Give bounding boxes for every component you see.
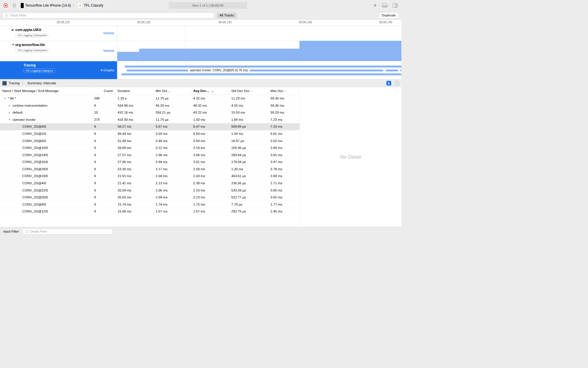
track-row-tracing[interactable]: Tracing OS Logging Category 4 Graphs ope… (0, 61, 401, 79)
detail-filter-input[interactable]: ≡ Detail Filter (23, 229, 113, 234)
cell-max: 7.23 ms (268, 118, 299, 122)
playhead-indicator[interactable] (185, 26, 185, 79)
table-row[interactable]: CONV_2D@6/0931.49 ms3.48 ms3.50 ms16.97 … (0, 137, 300, 145)
cell-count: 279 (92, 118, 115, 122)
path-segment[interactable]: Tracing (9, 81, 20, 85)
cell-max: 2.71 ms (268, 181, 299, 185)
table-row[interactable]: ▸runtime instrumentation9434.88 ms45.28 … (0, 102, 300, 109)
duplicate-button[interactable]: Duplicate (379, 12, 399, 19)
trace-bar[interactable] (117, 52, 139, 61)
col-min-duration[interactable]: Min Dur… (153, 87, 191, 95)
row-name-text: default (13, 111, 23, 115)
row-name-text: CONV_2D@2/0 (22, 132, 46, 136)
view-toggle-button[interactable] (382, 3, 387, 7)
time-ruler[interactable]: 00:08.125 00:08.130 00:08.135 00:08.140 … (0, 20, 401, 26)
cell-avg: 2.23 ms (191, 188, 229, 192)
row-name-text: CONV_2D@6/0 (22, 139, 46, 143)
cell-count: 9 (92, 210, 115, 214)
cell-std: 1.04 ms (229, 132, 268, 136)
all-tracks-button[interactable]: All Tracks (217, 12, 237, 18)
table-row[interactable]: CONV_2D@0/0958.27 ms5.67 ms6.47 ms509.89… (0, 123, 300, 131)
table-row[interactable]: CONV_2D@20/0920.03 ms2.04 ms2.23 ms522.7… (0, 194, 300, 201)
cell-duration: 27.06 ms (115, 160, 153, 164)
cell-std: 15.53 ms (229, 111, 268, 115)
col-stddev-duration[interactable]: Std Dev Dur… (229, 87, 268, 95)
add-button[interactable]: + (374, 3, 377, 9)
row-name-text: CONV_2D@26/0 (22, 167, 48, 171)
table-body[interactable]: ▾* All *2981.29 s11.75 µs4.32 ms11.29 ms… (0, 95, 300, 227)
table-row[interactable]: CONV_2D@8/0915.74 ms1.74 ms1.75 ms7.79 µ… (0, 201, 300, 208)
cell-count: 9 (92, 202, 115, 206)
document-icon[interactable] (395, 81, 399, 85)
record-button[interactable] (3, 3, 8, 8)
table-row[interactable]: CONV_2D@10/0928.69 ms3.12 ms3.19 ms155.9… (0, 144, 300, 152)
trace-bar[interactable] (386, 70, 398, 72)
disclosure-triangle-icon[interactable]: ▸ (9, 111, 11, 114)
track-row-uikit[interactable]: ▶ com.apple.UIKit OS Logging Subsystem V… (0, 26, 401, 41)
table-row[interactable]: CONV_2D@22/0920.04 ms2.05 ms2.23 ms533.2… (0, 187, 300, 194)
track-metric-label[interactable]: Volume (103, 31, 114, 35)
trace-bar[interactable] (125, 66, 401, 68)
table-row[interactable]: CONV_2D@26/0923.30 ms2.17 ms2.59 ms1.20 … (0, 166, 300, 173)
col-count[interactable]: Count (92, 87, 115, 95)
table-row[interactable]: ▸default10432.16 ms558.21 µs43.22 ms15.5… (0, 109, 300, 116)
table-row[interactable]: CONV_2D@14/0927.57 ms2.96 ms3.06 ms280.4… (0, 152, 300, 159)
cell-std: 155.96 µs (229, 146, 268, 150)
disclosure-triangle-icon[interactable]: ▼ (12, 43, 14, 46)
input-filter-label[interactable]: Input Filter (3, 229, 19, 233)
table-row[interactable]: ▾* All *2981.29 s11.75 µs4.32 ms11.29 ms… (0, 95, 300, 102)
cell-avg: 3.50 ms (191, 139, 229, 143)
main-toolbar: Tensorflow Lite iPhone (14.6) 〉 ✶ TFL Cl… (0, 0, 401, 11)
table-row[interactable]: CONV_2D@4/0921.41 ms2.13 ms2.38 ms235.56… (0, 180, 300, 187)
app-label[interactable]: TFL Classify (84, 3, 103, 7)
cell-std: 522.77 µs (229, 195, 268, 200)
track-row-tflite[interactable]: ▼ org.tensorflow.lite OS Logging Subsyst… (0, 41, 401, 61)
cell-name: CONV_2D@22/0 (0, 188, 92, 192)
track-metric-label[interactable]: Volume (103, 49, 114, 53)
trace-bar[interactable] (139, 49, 299, 61)
trace-bar[interactable] (121, 73, 401, 75)
col-avg-duration[interactable]: Avg Dur… ⌄ (191, 87, 229, 95)
cell-max: 3.52 ms (268, 139, 299, 143)
track-metric-label[interactable]: 4 Graphs (100, 68, 114, 72)
cell-name: CONV_2D@26/0 (0, 167, 92, 171)
cell-std: 509.89 µs (229, 125, 268, 129)
track-filter-input[interactable]: ≡ Track Filter (3, 12, 214, 18)
target-breadcrumb: Tensorflow Lite iPhone (14.6) 〉 ✶ TFL Cl… (21, 3, 103, 8)
table-row[interactable]: CONV_2D@16/0927.06 ms2.84 ms3.01 ms179.0… (0, 159, 300, 166)
disclosure-triangle-icon[interactable]: ▾ (4, 97, 7, 100)
cell-avg: 1.67 ms (191, 210, 229, 214)
cell-min: 1.57 ms (153, 210, 191, 214)
table-row[interactable]: CONV_2D@12/0915.06 ms1.57 ms1.67 ms292.7… (0, 208, 300, 215)
device-label[interactable]: Tensorflow Lite iPhone (14.6) (25, 3, 71, 7)
cell-std: 7.79 µs (229, 202, 268, 206)
col-max-duration[interactable]: Max Dur… (268, 87, 299, 95)
pause-button[interactable] (12, 3, 16, 7)
ruler-tick: 00:08.135 (218, 21, 232, 24)
table-row[interactable]: ▾operator invoke279418.93 ms11.75 µs1.50… (0, 116, 300, 123)
cell-count: 10 (92, 111, 115, 115)
cell-avg: 43.22 ms (191, 111, 229, 115)
trace-bar[interactable] (127, 70, 383, 72)
cell-duration: 31.49 ms (115, 139, 153, 143)
disclosure-triangle-icon[interactable]: ▾ (9, 118, 11, 121)
table-row[interactable]: CONV_2D@18/0921.91 ms2.04 ms2.43 ms463.6… (0, 173, 300, 180)
sort-descending-icon: ⌄ (211, 89, 214, 93)
col-duration[interactable]: Duration (115, 87, 153, 95)
disclosure-triangle-icon[interactable]: ▸ (9, 104, 11, 107)
track-badge: OS Logging Subsystem (15, 33, 49, 37)
cell-duration: 15.74 ms (115, 202, 153, 206)
inspector-toggle-button[interactable] (393, 3, 398, 7)
col-name[interactable]: Name / Start Message / End Message (0, 87, 92, 95)
path-segment[interactable]: Summary: Intervals (28, 81, 56, 85)
disclosure-triangle-icon[interactable]: ▶ (12, 28, 14, 31)
cell-std: 179.04 µs (229, 160, 268, 164)
extended-detail-button[interactable]: E (386, 81, 391, 85)
table-row[interactable]: CONV_2D@2/0949.49 ms3.03 ms5.50 ms1.04 m… (0, 130, 300, 137)
cell-duration: 49.49 ms (115, 132, 153, 136)
trace-bar[interactable] (400, 70, 401, 72)
cell-duration: 23.30 ms (115, 167, 153, 171)
run-status-pill[interactable]: Run 1 of 1 | 00:00:09 (169, 2, 247, 9)
cell-min: 3.12 ms (153, 146, 191, 150)
trace-bar[interactable] (299, 41, 401, 61)
